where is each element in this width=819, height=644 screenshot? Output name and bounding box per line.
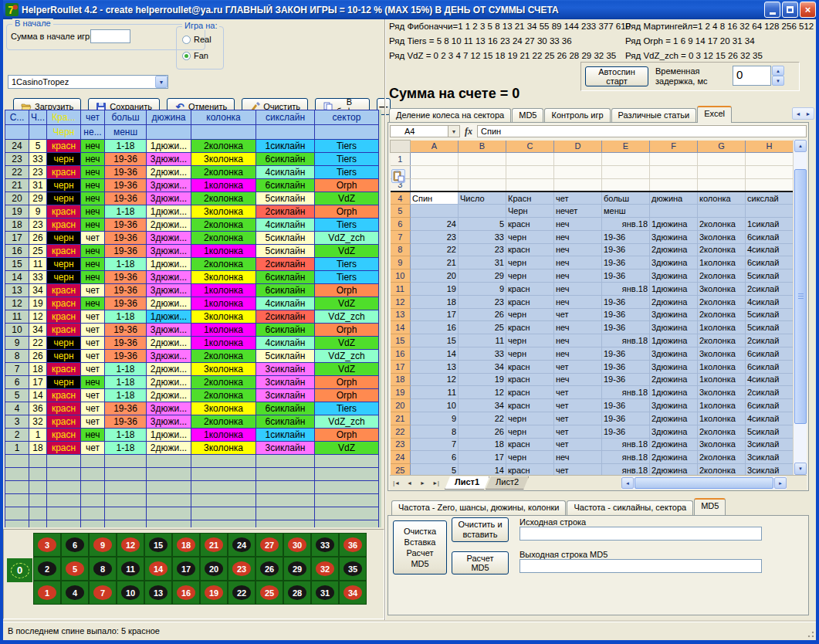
excel-cell[interactable]: 1колонка (698, 412, 746, 425)
calc-md5-button[interactable]: Расчет MD5 (452, 551, 509, 575)
excel-cell[interactable]: янв.18 (602, 386, 650, 399)
excel-cell[interactable]: 23 (411, 230, 459, 243)
tab-2[interactable]: Контроль игр (544, 108, 610, 123)
excel-cell[interactable]: 6сиклай (746, 256, 794, 269)
excel-row-header[interactable]: 8 (391, 243, 411, 256)
roulette-cell-8[interactable]: 8 (90, 558, 116, 580)
excel-row-header[interactable]: 5 (391, 205, 411, 218)
excel-cell[interactable]: 14 (411, 347, 459, 360)
excel-cell[interactable] (650, 178, 698, 192)
roulette-cell-33[interactable]: 33 (312, 534, 338, 556)
excel-cell[interactable]: черн (506, 347, 554, 360)
excel-cell[interactable]: черн (506, 269, 554, 283)
excel-cell[interactable] (746, 205, 794, 218)
excel-cell[interactable] (411, 205, 459, 218)
excel-cell[interactable]: 3дюжина (650, 269, 698, 283)
excel-cell[interactable] (411, 165, 459, 178)
excel-cell[interactable]: черн (506, 412, 554, 425)
excel-cell[interactable] (746, 153, 794, 166)
excel-col-header-E[interactable]: E (602, 141, 650, 153)
tab-0[interactable]: Частота - Zero, шансы, дюжины, колонки (391, 500, 566, 515)
excel-cell[interactable]: 3колонка (698, 386, 746, 399)
excel-cell[interactable]: 3колонка (698, 230, 746, 243)
excel-cell[interactable]: 1дюжина (650, 282, 698, 295)
excel-cell[interactable]: 12 (411, 373, 459, 386)
excel-row-header[interactable]: 10 (391, 269, 411, 283)
excel-cell[interactable]: 6сиклай (746, 360, 794, 373)
excel-cell[interactable]: чет (554, 192, 602, 205)
roulette-cell-35[interactable]: 35 (340, 558, 366, 580)
excel-row-header[interactable]: 13 (391, 308, 411, 321)
roulette-cell-30[interactable]: 30 (284, 534, 310, 556)
excel-cell[interactable]: 1колонка (698, 360, 746, 373)
excel-cell[interactable]: чет (554, 438, 602, 451)
excel-cell[interactable]: 3дюжина (650, 321, 698, 334)
roulette-cell-7[interactable]: 7 (90, 581, 116, 604)
excel-cell[interactable] (506, 153, 554, 166)
maximize-button[interactable] (782, 2, 798, 18)
excel-cell[interactable]: 3дюжина (650, 347, 698, 360)
excel-cell[interactable]: 4сиклай (746, 373, 794, 386)
excel-cell[interactable] (698, 165, 746, 178)
excel-cell[interactable]: 19-36 (602, 399, 650, 412)
excel-cell[interactable]: неч (554, 256, 602, 269)
excel-cell[interactable]: 24 (411, 217, 459, 230)
hscroll-left-icon[interactable]: ◄ (621, 477, 634, 489)
excel-cell[interactable]: 6сиклай (746, 230, 794, 243)
excel-cell[interactable]: 1дюжина (650, 217, 698, 230)
excel-cell[interactable]: Число (459, 192, 506, 205)
roulette-cell-20[interactable]: 20 (201, 558, 227, 580)
excel-cell[interactable] (459, 153, 506, 166)
excel-cell[interactable]: 3сиклай (746, 438, 794, 451)
excel-cell[interactable]: 19-36 (602, 373, 650, 386)
excel-cell[interactable] (411, 178, 459, 192)
scroll-up-icon[interactable]: ▲ (794, 140, 807, 152)
excel-row-header[interactable]: 17 (391, 360, 411, 373)
excel-cell[interactable]: дюжина (650, 192, 698, 205)
excel-cell[interactable]: 26 (459, 425, 506, 438)
excel-cell[interactable] (602, 178, 650, 192)
excel-cell[interactable]: колонка (698, 192, 746, 205)
excel-cell[interactable]: 19-36 (602, 230, 650, 243)
excel-cell[interactable]: 2колонка (698, 269, 746, 283)
excel-cell[interactable]: неч (554, 373, 602, 386)
roulette-cell-1[interactable]: 1 (34, 581, 60, 604)
sheet-last-icon[interactable]: ►| (429, 477, 442, 490)
chevron-down-icon[interactable]: ▼ (155, 76, 168, 88)
excel-cell[interactable]: 2колонка (698, 295, 746, 308)
excel-row-header[interactable]: 6 (391, 217, 411, 230)
excel-cell[interactable]: черн (506, 425, 554, 438)
excel-cell[interactable]: янв.18 (602, 438, 650, 451)
excel-cell[interactable]: 2дюжина (650, 412, 698, 425)
excel-cell[interactable]: 22 (411, 243, 459, 256)
excel-cell[interactable]: 23 (459, 295, 506, 308)
excel-cell[interactable]: менш (602, 205, 650, 218)
excel-row-header[interactable]: 15 (391, 334, 411, 347)
roulette-cell-34[interactable]: 34 (340, 581, 366, 604)
spin-down-icon[interactable]: ▼ (772, 76, 784, 86)
excel-cell[interactable]: неч (554, 282, 602, 295)
roulette-cell-18[interactable]: 18 (173, 534, 199, 556)
excel-cell[interactable]: 21 (411, 256, 459, 269)
roulette-cell-9[interactable]: 9 (90, 534, 116, 556)
excel-cell[interactable]: 2колонка (698, 334, 746, 347)
excel-cell[interactable]: 16 (411, 321, 459, 334)
sheet-first-icon[interactable]: |◄ (390, 477, 403, 490)
excel-cell[interactable] (411, 153, 459, 166)
excel-row-header[interactable]: 9 (391, 256, 411, 269)
excel-cell[interactable]: неч (554, 451, 602, 464)
excel-cell[interactable]: 9 (411, 412, 459, 425)
excel-cell[interactable]: 3дюжина (650, 399, 698, 412)
excel-col-header-H[interactable]: H (746, 141, 794, 153)
excel-cell[interactable]: 5сиклай (746, 425, 794, 438)
excel-cell[interactable] (459, 178, 506, 192)
excel-cell[interactable]: черн (506, 230, 554, 243)
excel-cell[interactable] (746, 178, 794, 192)
roulette-cell-21[interactable]: 21 (201, 534, 227, 556)
excel-cell[interactable]: неч (554, 295, 602, 308)
excel-cell[interactable]: черн (506, 451, 554, 464)
tab-2-active[interactable]: MD5 (694, 498, 726, 515)
excel-cell[interactable]: 1колонка (698, 256, 746, 269)
excel-cell[interactable]: 19-36 (602, 425, 650, 438)
excel-cell[interactable]: 3колонка (698, 282, 746, 295)
